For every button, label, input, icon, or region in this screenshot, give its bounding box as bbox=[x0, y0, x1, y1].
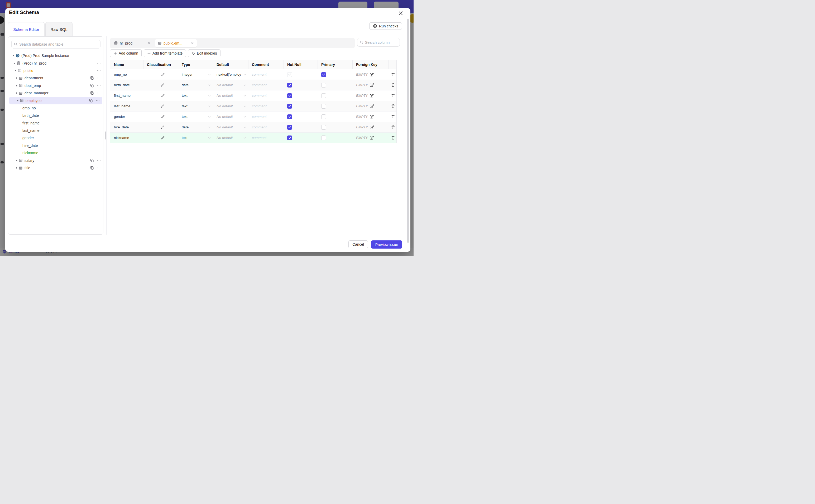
checkbox[interactable] bbox=[321, 72, 326, 77]
edit-indexes-button[interactable]: Edit indexes bbox=[188, 49, 220, 57]
more-options-icon[interactable] bbox=[96, 69, 102, 73]
chevron-down-icon[interactable] bbox=[12, 61, 17, 65]
tree-item-public[interactable]: public bbox=[8, 67, 103, 74]
more-options-icon[interactable] bbox=[95, 99, 100, 103]
checkbox[interactable] bbox=[321, 125, 326, 130]
delete-column-icon[interactable] bbox=[390, 94, 396, 98]
column-name[interactable]: first_name bbox=[110, 94, 143, 98]
editor-tab-public-employee[interactable]: public.em... bbox=[155, 39, 197, 47]
checkbox[interactable] bbox=[287, 114, 292, 119]
copy-icon[interactable] bbox=[89, 76, 95, 80]
tree-item-dept_manager[interactable]: dept_manager bbox=[8, 89, 103, 97]
chevron-down-icon[interactable] bbox=[16, 99, 20, 103]
tree-item--prod-prod-sample-instance[interactable]: (Prod) Prod Sample Instance bbox=[8, 52, 103, 59]
chevron-right-icon[interactable] bbox=[15, 166, 19, 170]
more-options-icon[interactable] bbox=[96, 166, 102, 170]
copy-icon[interactable] bbox=[88, 99, 94, 103]
preview-issue-button[interactable]: Preview issue bbox=[371, 240, 402, 249]
checkbox[interactable] bbox=[321, 104, 326, 109]
more-options-icon[interactable] bbox=[96, 158, 102, 163]
default-select[interactable]: No default bbox=[213, 83, 248, 87]
column-search-input[interactable] bbox=[365, 40, 397, 45]
edit-classification-icon[interactable] bbox=[147, 83, 178, 87]
comment-input[interactable]: comment bbox=[248, 83, 283, 87]
default-select[interactable]: No default bbox=[213, 125, 248, 129]
column-name[interactable]: birth_date bbox=[110, 83, 143, 87]
comment-input[interactable]: comment bbox=[248, 72, 283, 76]
more-options-icon[interactable] bbox=[96, 76, 102, 80]
checkbox[interactable] bbox=[287, 83, 292, 88]
edit-foreign-key-icon[interactable] bbox=[369, 72, 374, 77]
delete-column-icon[interactable] bbox=[390, 125, 396, 129]
default-select[interactable]: No default bbox=[213, 104, 248, 108]
edit-classification-icon[interactable] bbox=[147, 125, 178, 129]
checkbox[interactable] bbox=[287, 93, 292, 98]
edit-foreign-key-icon[interactable] bbox=[369, 94, 374, 98]
tab-schema-editor[interactable]: Schema Editor bbox=[8, 22, 45, 36]
column-name[interactable]: gender bbox=[110, 115, 143, 119]
tree-item-gender[interactable]: gender bbox=[8, 134, 103, 142]
column-name[interactable]: hire_date bbox=[110, 125, 143, 129]
default-select[interactable]: No default bbox=[213, 94, 248, 98]
delete-column-icon[interactable] bbox=[390, 115, 396, 119]
type-select[interactable]: integer bbox=[178, 72, 213, 76]
copy-icon[interactable] bbox=[89, 84, 95, 88]
type-select[interactable]: date bbox=[178, 83, 213, 87]
chevron-right-icon[interactable] bbox=[15, 76, 19, 80]
column-name[interactable]: emp_no bbox=[110, 72, 143, 76]
close-icon[interactable] bbox=[398, 10, 403, 16]
type-select[interactable]: date bbox=[178, 125, 213, 129]
add-from-template-button[interactable]: Add from template bbox=[144, 49, 186, 57]
cancel-button[interactable]: Cancel bbox=[348, 240, 368, 248]
tree-item-last_name[interactable]: last_name bbox=[8, 127, 103, 134]
edit-foreign-key-icon[interactable] bbox=[369, 136, 374, 140]
checkbox[interactable] bbox=[287, 104, 292, 109]
edit-foreign-key-icon[interactable] bbox=[369, 115, 374, 119]
close-tab-icon[interactable] bbox=[191, 41, 194, 45]
tree-item-nickname[interactable]: nickname bbox=[8, 149, 103, 157]
type-select[interactable]: text bbox=[178, 104, 213, 108]
default-select[interactable]: nextval('employ bbox=[213, 72, 248, 76]
type-select[interactable]: text bbox=[178, 94, 213, 98]
type-select[interactable]: text bbox=[178, 136, 213, 140]
comment-input[interactable]: comment bbox=[248, 136, 283, 140]
close-tab-icon[interactable] bbox=[147, 41, 151, 45]
tree-item-department[interactable]: department bbox=[8, 74, 103, 82]
edit-foreign-key-icon[interactable] bbox=[369, 125, 374, 129]
chevron-right-icon[interactable] bbox=[15, 91, 19, 95]
tree-item-salary[interactable]: salary bbox=[8, 157, 103, 164]
delete-column-icon[interactable] bbox=[390, 83, 396, 87]
chevron-right-icon[interactable] bbox=[15, 84, 19, 88]
copy-icon[interactable] bbox=[89, 91, 95, 95]
type-select[interactable]: text bbox=[178, 115, 213, 119]
chevron-down-icon[interactable] bbox=[13, 69, 18, 73]
more-options-icon[interactable] bbox=[96, 84, 102, 88]
tree-item-first_name[interactable]: first_name bbox=[8, 119, 103, 127]
copy-icon[interactable] bbox=[89, 166, 95, 170]
tree-item-dept_emp[interactable]: dept_emp bbox=[8, 82, 103, 89]
column-name[interactable]: last_name bbox=[110, 104, 143, 108]
edit-classification-icon[interactable] bbox=[147, 94, 178, 98]
edit-classification-icon[interactable] bbox=[147, 136, 178, 140]
chevron-right-icon[interactable] bbox=[15, 158, 19, 163]
edit-foreign-key-icon[interactable] bbox=[369, 104, 374, 108]
comment-input[interactable]: comment bbox=[248, 104, 283, 108]
comment-input[interactable]: comment bbox=[248, 94, 283, 98]
tree-search-input[interactable] bbox=[19, 42, 98, 46]
editor-tab-hr-prod[interactable]: hr_prod bbox=[111, 39, 153, 47]
edit-foreign-key-icon[interactable] bbox=[369, 83, 374, 87]
tree-item-emp_no[interactable]: emp_no bbox=[8, 104, 103, 112]
column-name[interactable]: nickname bbox=[110, 136, 143, 140]
default-select[interactable]: No default bbox=[213, 115, 248, 119]
tree-item-employee[interactable]: employee bbox=[9, 97, 102, 104]
checkbox[interactable] bbox=[287, 135, 292, 140]
delete-column-icon[interactable] bbox=[390, 72, 396, 76]
edit-classification-icon[interactable] bbox=[147, 115, 178, 119]
tree-item--prod-hr_prod[interactable]: (Prod) hr_prod bbox=[8, 59, 103, 67]
more-options-icon[interactable] bbox=[96, 61, 102, 65]
more-options-icon[interactable] bbox=[96, 91, 102, 95]
delete-column-icon[interactable] bbox=[390, 104, 396, 108]
tree-item-birth_date[interactable]: birth_date bbox=[8, 112, 103, 119]
copy-icon[interactable] bbox=[89, 158, 95, 163]
checkbox[interactable] bbox=[321, 135, 326, 140]
